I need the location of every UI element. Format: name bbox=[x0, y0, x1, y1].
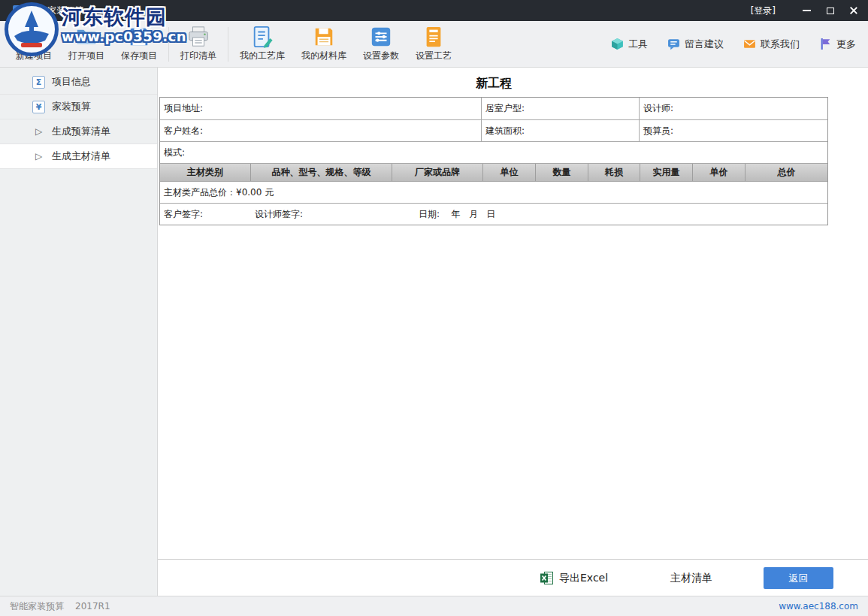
header-cell-spec: 品种、型号、规格、等级 bbox=[251, 164, 392, 181]
toolbar-material-library[interactable]: 我的材料库 bbox=[293, 21, 355, 68]
project-address-cell[interactable]: 项目地址: bbox=[160, 98, 482, 119]
sidebar-item-label: 项目信息 bbox=[52, 75, 91, 89]
feedback-icon bbox=[667, 38, 680, 50]
sigma-icon: Σ bbox=[32, 76, 45, 89]
triangle-icon: ▷ bbox=[32, 126, 45, 137]
room-type-cell[interactable]: 居室户型: bbox=[482, 98, 640, 119]
toolbar-label: 设置工艺 bbox=[416, 50, 452, 62]
export-excel-button[interactable]: 导出Excel bbox=[540, 560, 608, 596]
close-icon bbox=[849, 6, 858, 15]
toolbar-process-library[interactable]: 我的工艺库 bbox=[231, 21, 293, 68]
toolbar-label: 设置参数 bbox=[363, 50, 399, 62]
date-label: 日期: bbox=[419, 208, 440, 221]
triangle-icon: ▷ bbox=[32, 151, 45, 162]
sidebar-item-generate-budget-list[interactable]: ▷ 生成预算清单 bbox=[0, 119, 157, 144]
set-process-icon bbox=[422, 26, 445, 48]
customer-name-cell[interactable]: 客户姓名: bbox=[160, 120, 482, 141]
day-label: 日 bbox=[486, 208, 495, 221]
material-table-header-row: 主材类别 品种、型号、规格、等级 厂家或品牌 单位 数量 耗损 实用量 单价 总… bbox=[160, 163, 827, 181]
project-table: 项目地址: 居室户型: 设计师: 客户姓名: 建筑面积: bbox=[159, 97, 828, 225]
maximize-button[interactable] bbox=[818, 0, 842, 21]
close-button[interactable] bbox=[842, 0, 865, 21]
toolbar-separator bbox=[228, 27, 228, 62]
report-area: 新工程 项目地址: 居室户型: 设计师: 客 bbox=[158, 68, 868, 225]
window-title: 智能家装预算 bbox=[29, 5, 83, 17]
material-library-icon bbox=[313, 26, 335, 48]
header-cell-quantity: 数量 bbox=[536, 164, 588, 181]
excel-icon bbox=[540, 571, 554, 585]
toolbar-save-project[interactable]: 保存项目 bbox=[113, 21, 165, 68]
page-title: 新工程 bbox=[159, 74, 828, 97]
save-project-icon bbox=[128, 26, 150, 48]
contact-link[interactable]: 联系我们 bbox=[743, 38, 800, 51]
print-list-icon bbox=[187, 26, 210, 48]
toolbar-new-project[interactable]: 新建项目 bbox=[8, 21, 60, 68]
more-flag-icon bbox=[819, 38, 832, 50]
feedback-link[interactable]: 留言建议 bbox=[667, 38, 724, 51]
toolbar-print-list[interactable]: 打印清单 bbox=[172, 21, 225, 68]
sidebar-item-label: 生成主材清单 bbox=[52, 149, 110, 163]
main-panel: 新工程 项目地址: 居室户型: 设计师: 客 bbox=[158, 68, 868, 596]
designer-label: 设计师: bbox=[643, 102, 673, 115]
process-library-icon bbox=[251, 26, 274, 48]
new-project-icon bbox=[23, 26, 45, 48]
toolbar-separator bbox=[168, 27, 169, 62]
mode-row: 模式: bbox=[160, 141, 827, 163]
toolbar-set-parameters[interactable]: 设置参数 bbox=[355, 21, 407, 68]
body-area: Σ 项目信息 ¥ 家装预算 ▷ 生成预算清单 ▷ 生成主材清单 新工程 项目地址… bbox=[0, 68, 868, 596]
action-bar: 导出Excel 主材清单 返回 bbox=[158, 559, 868, 596]
open-project-icon bbox=[75, 26, 98, 48]
mode-cell[interactable]: 模式: bbox=[160, 142, 827, 163]
building-area-label: 建筑面积: bbox=[485, 125, 525, 137]
minimize-icon bbox=[803, 10, 811, 11]
form-row: 客户姓名: 建筑面积: 预算员: bbox=[160, 119, 827, 141]
total-price-text: 主材类产品总价：¥0.00 元 bbox=[164, 186, 274, 199]
set-parameters-icon bbox=[370, 26, 392, 48]
statusbar-app-name: 智能家装预算 bbox=[10, 600, 64, 613]
estimator-cell[interactable]: 预算员: bbox=[640, 120, 827, 141]
header-cell-unit-price: 单价 bbox=[693, 164, 746, 181]
sidebar: Σ 项目信息 ¥ 家装预算 ▷ 生成预算清单 ▷ 生成主材清单 bbox=[0, 68, 158, 596]
app-logo-icon bbox=[13, 5, 24, 17]
toolbar-open-project[interactable]: 打开项目 bbox=[60, 21, 113, 68]
more-link[interactable]: 更多 bbox=[819, 38, 856, 51]
header-cell-loss: 耗损 bbox=[588, 164, 640, 181]
toolbar-set-process[interactable]: 设置工艺 bbox=[407, 21, 460, 68]
toolbar-label: 打开项目 bbox=[68, 50, 104, 62]
login-link[interactable]: [登录] bbox=[751, 5, 776, 17]
customer-signature-label: 客户签字: bbox=[164, 208, 203, 221]
total-row: 主材类产品总价：¥0.00 元 bbox=[160, 181, 827, 203]
statusbar: 智能家装预算 2017R1 www.aec188.com bbox=[0, 596, 868, 616]
toolbar: 新建项目 打开项目 保存项目 打印清单 我的工艺库 我的材料库 bbox=[0, 21, 868, 68]
return-button[interactable]: 返回 bbox=[764, 567, 833, 589]
material-list-label: 主材清单 bbox=[670, 572, 712, 585]
project-address-label: 项目地址: bbox=[164, 102, 203, 115]
statusbar-version: 2017R1 bbox=[75, 601, 110, 611]
mode-label: 模式: bbox=[164, 146, 185, 159]
minimize-button[interactable] bbox=[795, 0, 818, 21]
toolbar-label: 保存项目 bbox=[121, 50, 157, 62]
window-controls bbox=[795, 0, 865, 21]
feedback-label: 留言建议 bbox=[685, 38, 724, 51]
sidebar-item-generate-material-list[interactable]: ▷ 生成主材清单 bbox=[0, 144, 157, 169]
customer-name-label: 客户姓名: bbox=[164, 125, 203, 137]
header-cell-category: 主材类别 bbox=[160, 164, 251, 181]
sidebar-item-project-info[interactable]: Σ 项目信息 bbox=[0, 70, 157, 95]
designer-cell[interactable]: 设计师: bbox=[640, 98, 827, 119]
header-cell-actual-usage: 实用量 bbox=[640, 164, 693, 181]
maximize-icon bbox=[827, 8, 834, 14]
building-area-cell[interactable]: 建筑面积: bbox=[482, 120, 640, 141]
titlebar: 智能家装预算 [登录] bbox=[0, 0, 868, 21]
statusbar-website-link[interactable]: www.aec188.com bbox=[779, 601, 858, 611]
toolbar-label: 我的工艺库 bbox=[240, 50, 285, 62]
signature-cell: 客户签字: 设计师签字: 日期: 年 月 日 bbox=[160, 208, 827, 221]
export-excel-label: 导出Excel bbox=[559, 572, 608, 585]
total-cell: 主材类产品总价：¥0.00 元 bbox=[160, 182, 827, 203]
year-label: 年 bbox=[451, 208, 460, 221]
tools-link[interactable]: 工具 bbox=[611, 38, 648, 51]
designer-signature-label: 设计师签字: bbox=[255, 208, 303, 221]
toolbar-label: 新建项目 bbox=[16, 50, 52, 62]
signature-row: 客户签字: 设计师签字: 日期: 年 月 日 bbox=[160, 203, 827, 225]
material-list-button[interactable]: 主材清单 bbox=[670, 560, 712, 596]
sidebar-item-budget[interactable]: ¥ 家装预算 bbox=[0, 95, 157, 119]
